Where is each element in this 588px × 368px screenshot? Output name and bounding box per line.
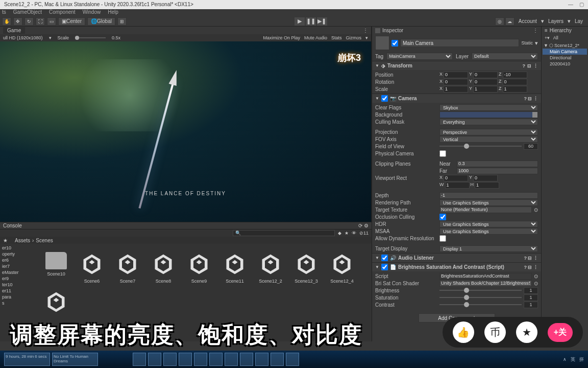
taskbar-app[interactable]	[209, 353, 223, 366]
camera-enabled-checkbox[interactable]	[381, 95, 388, 102]
static-dropdown[interactable]: Static	[521, 40, 533, 45]
console-icons[interactable]: ⟳ ⚙	[358, 223, 369, 228]
layers-dropdown[interactable]: Layers	[545, 18, 567, 24]
scene-item[interactable]: ▼⬡Scene12_2*	[543, 42, 587, 49]
audio-listener-header[interactable]: ▼ 🔊 Audio Listener ? ⊟ ⋮	[372, 254, 541, 262]
scene-asset[interactable]: Scene11	[220, 252, 250, 284]
position-x-input[interactable]	[444, 72, 468, 78]
gameobject-icon[interactable]	[375, 36, 389, 50]
taskbar-app[interactable]	[194, 353, 207, 366]
search-all[interactable]: All	[553, 35, 558, 40]
saturation-slider[interactable]: 1	[439, 294, 538, 301]
taskbar-app[interactable]	[255, 353, 268, 366]
taskbar-app[interactable]	[163, 353, 177, 366]
rendering-path-dropdown[interactable]: Use Graphics Settings	[439, 199, 538, 206]
ime-indicator[interactable]: 英	[571, 356, 575, 363]
scene-asset[interactable]: Scene12_2	[256, 252, 285, 284]
hand-tool-button[interactable]: ✋	[2, 17, 11, 26]
menu-item[interactable]: GameObject	[13, 9, 42, 16]
layer-dropdown[interactable]: Default	[472, 53, 538, 60]
scene-asset[interactable]: Scene12_3	[291, 252, 321, 284]
background-color-picker[interactable]	[439, 111, 538, 118]
minimize-button[interactable]: —	[568, 2, 573, 8]
search-by-type-icon[interactable]: ◆	[338, 231, 341, 236]
menu-item[interactable]: Help	[108, 9, 118, 16]
folder-asset[interactable]: Scene10	[41, 252, 71, 284]
menu-item[interactable]: Component	[49, 9, 76, 16]
target-texture-input[interactable]	[439, 206, 532, 213]
widget-tile[interactable]: No Limit To Human Dreams	[52, 353, 98, 366]
far-clip-input[interactable]	[457, 168, 538, 174]
scale-x-input[interactable]	[444, 86, 468, 93]
rotation-z-input[interactable]	[503, 79, 527, 85]
scale-slider[interactable]	[75, 37, 106, 38]
hierarchy-item[interactable]: Main Camera	[543, 49, 587, 55]
menu-item[interactable]: ts	[2, 9, 6, 16]
hidden-packages-icon[interactable]: 👁	[352, 231, 356, 236]
brightness-slider[interactable]: 1	[439, 287, 538, 294]
rotation-x-input[interactable]	[444, 79, 468, 85]
hdr-dropdown[interactable]: Use Graphics Settings	[439, 221, 538, 227]
hierarchy-item[interactable]: Directional	[543, 55, 587, 61]
scale-tool-button[interactable]: ⛶	[36, 17, 45, 26]
breadcrumb-item[interactable]: Scenes	[36, 238, 53, 243]
depth-input[interactable]	[439, 192, 538, 199]
rect-tool-button[interactable]: ▭	[47, 17, 56, 26]
scale-y-input[interactable]	[473, 86, 498, 93]
collab-button[interactable]: ◎	[495, 17, 504, 26]
gizmos-dropdown[interactable]: Gizmos	[346, 35, 361, 40]
console-tab[interactable]: Console	[3, 223, 22, 228]
scene-asset[interactable]: Scene6	[77, 252, 107, 284]
clear-flags-dropdown[interactable]: Skybox	[439, 104, 538, 111]
menu-item[interactable]: Window	[83, 9, 101, 16]
taskbar-app[interactable]	[286, 353, 299, 366]
shader-ref-input[interactable]	[439, 280, 532, 287]
like-button[interactable]: 👍	[453, 321, 474, 343]
maximize-button[interactable]: ▢	[579, 2, 584, 8]
widget-tile[interactable]: 9 hours, 28 min 6 secs	[4, 353, 50, 366]
fov-axis-dropdown[interactable]: Vertical	[439, 136, 538, 143]
account-dropdown[interactable]: Account	[516, 18, 540, 24]
gameobject-name-input[interactable]	[400, 39, 519, 47]
play-button[interactable]: ▶	[295, 17, 305, 26]
scene-asset[interactable]: Scene9	[184, 252, 214, 284]
position-y-input[interactable]	[473, 72, 498, 78]
taskbar-app[interactable]	[225, 353, 238, 366]
contrast-slider[interactable]: 1	[439, 302, 538, 308]
favorites-icon[interactable]: ★	[3, 238, 8, 243]
near-clip-input[interactable]	[457, 160, 538, 167]
scene-asset[interactable]	[41, 290, 71, 314]
pivot-mode-button[interactable]: ▣Center	[58, 17, 85, 26]
help-icon[interactable]: ?	[523, 63, 526, 68]
coin-button[interactable]: 币	[484, 321, 506, 343]
pivot-rotation-button[interactable]: 🌐Global	[87, 17, 115, 26]
occlusion-checkbox[interactable]	[439, 214, 446, 220]
panel-menu-icon[interactable]: ⋮	[533, 28, 538, 33]
physical-camera-checkbox[interactable]	[439, 150, 446, 157]
object-picker-icon[interactable]: ⊙	[534, 207, 538, 213]
rotation-y-input[interactable]	[473, 79, 498, 85]
tag-dropdown[interactable]: MainCamera	[386, 53, 453, 60]
culling-mask-dropdown[interactable]: Everything	[439, 119, 538, 125]
scale-z-input[interactable]	[503, 86, 527, 93]
scene-asset[interactable]: Scene12_4	[327, 252, 357, 284]
favorite-button[interactable]: ★	[516, 321, 537, 343]
step-button[interactable]: ▶❚	[317, 17, 327, 26]
audio-enabled-checkbox[interactable]	[381, 255, 388, 261]
start-button[interactable]	[133, 353, 146, 366]
project-search-input[interactable]	[233, 230, 335, 236]
rotate-tool-button[interactable]: ↻	[24, 17, 34, 26]
taskbar-app[interactable]	[240, 353, 253, 366]
maximize-on-play-toggle[interactable]: Maximize On Play	[263, 35, 300, 40]
cloud-button[interactable]: ☁	[505, 17, 514, 26]
tray-expand-icon[interactable]: ∧	[563, 357, 567, 362]
object-picker-icon[interactable]: ⊙	[534, 273, 538, 279]
msaa-dropdown[interactable]: Use Graphics Settings	[439, 228, 538, 235]
menu-icon[interactable]: ⋮	[533, 63, 538, 68]
search-by-label-icon[interactable]: ★	[345, 231, 349, 236]
projection-dropdown[interactable]: Perspective	[439, 129, 538, 135]
scene-asset[interactable]: Scene7	[113, 252, 142, 284]
scene-asset[interactable]: Scene8	[149, 252, 178, 284]
create-dropdown[interactable]: +▾	[545, 35, 550, 40]
follow-button[interactable]: +关	[548, 323, 573, 342]
